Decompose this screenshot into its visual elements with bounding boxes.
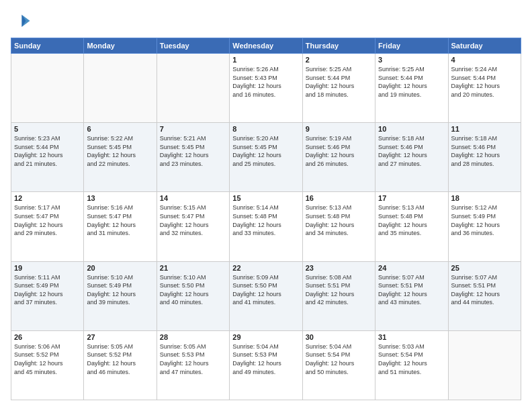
day-info: Sunrise: 5:03 AM Sunset: 5:54 PM Dayligh… xyxy=(378,342,445,376)
calendar-cell: 29Sunrise: 5:04 AM Sunset: 5:53 PM Dayli… xyxy=(230,330,302,400)
day-info: Sunrise: 5:10 AM Sunset: 5:49 PM Dayligh… xyxy=(87,273,153,307)
day-number: 23 xyxy=(306,264,372,272)
weekday-header: Sunday xyxy=(11,38,84,54)
day-info: Sunrise: 5:12 AM Sunset: 5:49 PM Dayligh… xyxy=(451,203,518,237)
calendar-cell: 15Sunrise: 5:14 AM Sunset: 5:48 PM Dayli… xyxy=(230,192,302,261)
calendar-cell: 6Sunrise: 5:22 AM Sunset: 5:45 PM Daylig… xyxy=(84,123,157,192)
calendar-cell: 17Sunrise: 5:13 AM Sunset: 5:48 PM Dayli… xyxy=(375,192,448,261)
day-number: 21 xyxy=(160,264,226,272)
day-number: 11 xyxy=(451,125,518,133)
day-info: Sunrise: 5:24 AM Sunset: 5:44 PM Dayligh… xyxy=(451,65,518,99)
day-info: Sunrise: 5:14 AM Sunset: 5:48 PM Dayligh… xyxy=(232,203,299,237)
day-info: Sunrise: 5:20 AM Sunset: 5:45 PM Dayligh… xyxy=(232,134,299,168)
calendar-cell: 21Sunrise: 5:10 AM Sunset: 5:50 PM Dayli… xyxy=(157,261,229,330)
calendar-cell: 13Sunrise: 5:16 AM Sunset: 5:47 PM Dayli… xyxy=(84,192,157,261)
day-number: 28 xyxy=(160,333,226,341)
day-info: Sunrise: 5:09 AM Sunset: 5:50 PM Dayligh… xyxy=(232,273,299,307)
calendar-cell xyxy=(448,330,521,400)
day-number: 30 xyxy=(306,333,372,341)
day-info: Sunrise: 5:10 AM Sunset: 5:50 PM Dayligh… xyxy=(160,273,226,307)
day-info: Sunrise: 5:25 AM Sunset: 5:44 PM Dayligh… xyxy=(306,65,372,99)
calendar-week-row: 12Sunrise: 5:17 AM Sunset: 5:47 PM Dayli… xyxy=(11,192,521,261)
day-number: 19 xyxy=(14,264,81,272)
calendar-cell: 22Sunrise: 5:09 AM Sunset: 5:50 PM Dayli… xyxy=(230,261,302,330)
calendar-cell: 20Sunrise: 5:10 AM Sunset: 5:49 PM Dayli… xyxy=(84,261,157,330)
calendar-cell: 10Sunrise: 5:18 AM Sunset: 5:46 PM Dayli… xyxy=(375,123,448,192)
day-info: Sunrise: 5:13 AM Sunset: 5:48 PM Dayligh… xyxy=(306,203,372,237)
calendar-header-row: SundayMondayTuesdayWednesdayThursdayFrid… xyxy=(11,38,521,54)
day-number: 27 xyxy=(87,333,153,341)
calendar-cell xyxy=(11,54,84,123)
day-info: Sunrise: 5:25 AM Sunset: 5:44 PM Dayligh… xyxy=(378,65,445,99)
day-number: 9 xyxy=(306,125,372,133)
calendar-cell: 27Sunrise: 5:05 AM Sunset: 5:52 PM Dayli… xyxy=(84,330,157,400)
day-info: Sunrise: 5:04 AM Sunset: 5:54 PM Dayligh… xyxy=(306,342,372,376)
weekday-header: Wednesday xyxy=(230,38,302,54)
weekday-header: Saturday xyxy=(448,38,521,54)
day-number: 13 xyxy=(87,194,153,202)
day-info: Sunrise: 5:07 AM Sunset: 5:51 PM Dayligh… xyxy=(451,273,518,307)
calendar-cell: 2Sunrise: 5:25 AM Sunset: 5:44 PM Daylig… xyxy=(302,54,375,123)
calendar-cell: 4Sunrise: 5:24 AM Sunset: 5:44 PM Daylig… xyxy=(448,54,521,123)
day-info: Sunrise: 5:21 AM Sunset: 5:45 PM Dayligh… xyxy=(160,134,226,168)
day-number: 20 xyxy=(87,264,153,272)
day-info: Sunrise: 5:04 AM Sunset: 5:53 PM Dayligh… xyxy=(232,342,299,376)
calendar-cell: 31Sunrise: 5:03 AM Sunset: 5:54 PM Dayli… xyxy=(375,330,448,400)
day-number: 22 xyxy=(232,264,299,272)
calendar-cell: 23Sunrise: 5:08 AM Sunset: 5:51 PM Dayli… xyxy=(302,261,375,330)
day-info: Sunrise: 5:22 AM Sunset: 5:45 PM Dayligh… xyxy=(87,134,153,168)
day-info: Sunrise: 5:16 AM Sunset: 5:47 PM Dayligh… xyxy=(87,203,153,237)
day-info: Sunrise: 5:15 AM Sunset: 5:47 PM Dayligh… xyxy=(160,203,226,237)
calendar-cell xyxy=(157,54,229,123)
day-number: 3 xyxy=(378,56,445,64)
calendar-cell: 5Sunrise: 5:23 AM Sunset: 5:44 PM Daylig… xyxy=(11,123,84,192)
day-number: 31 xyxy=(378,333,445,341)
weekday-header: Monday xyxy=(84,38,157,54)
day-number: 8 xyxy=(232,125,299,133)
weekday-header: Friday xyxy=(375,38,448,54)
day-number: 12 xyxy=(14,194,81,202)
calendar-week-row: 1Sunrise: 5:26 AM Sunset: 5:43 PM Daylig… xyxy=(11,54,521,123)
calendar-cell: 3Sunrise: 5:25 AM Sunset: 5:44 PM Daylig… xyxy=(375,54,448,123)
day-info: Sunrise: 5:07 AM Sunset: 5:51 PM Dayligh… xyxy=(378,273,445,307)
day-number: 29 xyxy=(232,333,299,341)
calendar-cell: 26Sunrise: 5:06 AM Sunset: 5:52 PM Dayli… xyxy=(11,330,84,400)
day-info: Sunrise: 5:13 AM Sunset: 5:48 PM Dayligh… xyxy=(378,203,445,237)
calendar-cell: 30Sunrise: 5:04 AM Sunset: 5:54 PM Dayli… xyxy=(302,330,375,400)
calendar-cell: 8Sunrise: 5:20 AM Sunset: 5:45 PM Daylig… xyxy=(230,123,302,192)
day-info: Sunrise: 5:26 AM Sunset: 5:43 PM Dayligh… xyxy=(232,65,299,99)
day-info: Sunrise: 5:18 AM Sunset: 5:46 PM Dayligh… xyxy=(378,134,445,168)
day-info: Sunrise: 5:11 AM Sunset: 5:49 PM Dayligh… xyxy=(14,273,81,307)
day-info: Sunrise: 5:18 AM Sunset: 5:46 PM Dayligh… xyxy=(451,134,518,168)
calendar-week-row: 19Sunrise: 5:11 AM Sunset: 5:49 PM Dayli… xyxy=(11,261,521,330)
calendar-cell: 16Sunrise: 5:13 AM Sunset: 5:48 PM Dayli… xyxy=(302,192,375,261)
day-number: 6 xyxy=(87,125,153,133)
day-number: 24 xyxy=(378,264,445,272)
day-info: Sunrise: 5:08 AM Sunset: 5:51 PM Dayligh… xyxy=(306,273,372,307)
day-number: 7 xyxy=(160,125,226,133)
calendar-table: SundayMondayTuesdayWednesdayThursdayFrid… xyxy=(11,38,521,400)
day-number: 17 xyxy=(378,194,445,202)
day-number: 5 xyxy=(14,125,81,133)
calendar-cell: 24Sunrise: 5:07 AM Sunset: 5:51 PM Dayli… xyxy=(375,261,448,330)
day-number: 16 xyxy=(306,194,372,202)
day-number: 15 xyxy=(232,194,299,202)
day-info: Sunrise: 5:17 AM Sunset: 5:47 PM Dayligh… xyxy=(14,203,81,237)
weekday-header: Tuesday xyxy=(157,38,229,54)
day-number: 2 xyxy=(306,56,372,64)
day-info: Sunrise: 5:05 AM Sunset: 5:52 PM Dayligh… xyxy=(87,342,153,376)
calendar-cell: 1Sunrise: 5:26 AM Sunset: 5:43 PM Daylig… xyxy=(230,54,302,123)
day-number: 14 xyxy=(160,194,226,202)
logo-icon xyxy=(11,11,31,31)
calendar-cell xyxy=(84,54,157,123)
page: SundayMondayTuesdayWednesdayThursdayFrid… xyxy=(0,0,532,411)
calendar-cell: 19Sunrise: 5:11 AM Sunset: 5:49 PM Dayli… xyxy=(11,261,84,330)
calendar-cell: 25Sunrise: 5:07 AM Sunset: 5:51 PM Dayli… xyxy=(448,261,521,330)
calendar-cell: 28Sunrise: 5:05 AM Sunset: 5:53 PM Dayli… xyxy=(157,330,229,400)
calendar-cell: 14Sunrise: 5:15 AM Sunset: 5:47 PM Dayli… xyxy=(157,192,229,261)
day-number: 1 xyxy=(232,56,299,64)
day-info: Sunrise: 5:19 AM Sunset: 5:46 PM Dayligh… xyxy=(306,134,372,168)
logo xyxy=(11,11,34,31)
calendar-cell: 9Sunrise: 5:19 AM Sunset: 5:46 PM Daylig… xyxy=(302,123,375,192)
day-info: Sunrise: 5:06 AM Sunset: 5:52 PM Dayligh… xyxy=(14,342,81,376)
